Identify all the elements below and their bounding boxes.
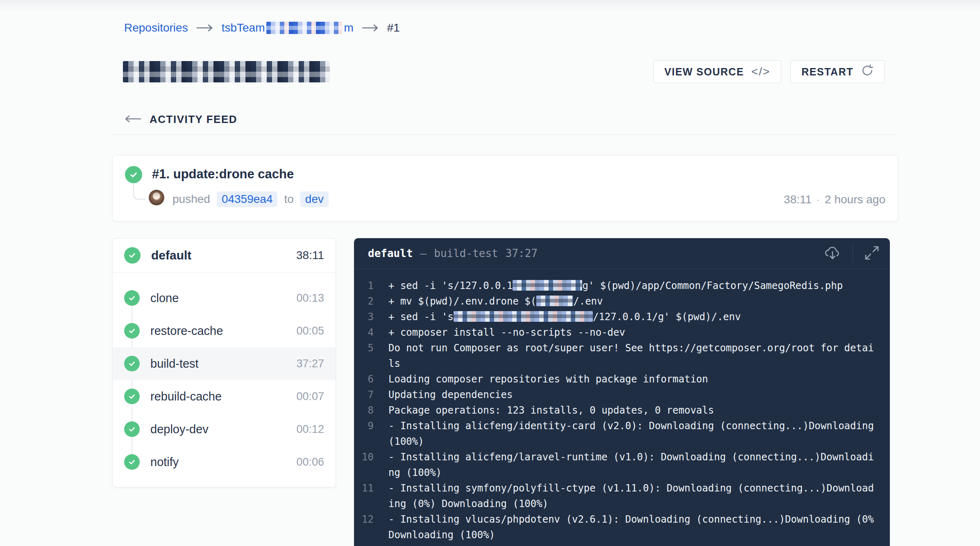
build-meta: 38:11 · 2 hours ago — [784, 193, 885, 206]
step-name: restore-cache — [150, 324, 223, 338]
censored-log-text — [454, 311, 593, 322]
step-name: deploy-dev — [150, 423, 209, 436]
arrow-right-icon — [196, 24, 213, 32]
log-line-text: + sed -i 's/127.0.0.1/g' $(pwd)/.env — [388, 309, 878, 325]
log-line: 7 Updating dependencies — [357, 387, 878, 403]
avatar — [149, 190, 164, 205]
log-line-text: - Installing alicfeng/laravel-runtime (v… — [388, 449, 878, 480]
log-line-text: + sed -i 's/127.0.0.1g' $(pwd)/app/Commo… — [388, 278, 878, 293]
step-name: notify — [150, 455, 179, 469]
step-success-check-icon — [124, 290, 140, 306]
arrow-right-icon — [362, 24, 379, 32]
console-step-time: 37:27 — [506, 247, 538, 259]
log-line-number: 11 — [357, 480, 374, 512]
log-line-number: 9 — [357, 418, 374, 449]
repo-name-prefix: tsbTeam — [222, 21, 265, 34]
log-line-text: Package operations: 123 installs, 0 upda… — [388, 403, 878, 418]
log-line: 8 Package operations: 123 installs, 0 up… — [357, 403, 878, 418]
step-success-check-icon — [124, 389, 140, 404]
log-line: 11 - Installing symfony/polyfill-ctype (… — [357, 480, 878, 512]
breadcrumb-repo-link[interactable]: tsbTeamm — [222, 21, 354, 34]
code-icon: </> — [751, 65, 770, 78]
censored-repo-title — [123, 61, 330, 82]
connector-line — [133, 184, 145, 200]
restart-icon — [861, 64, 874, 80]
top-fade — [0, 0, 980, 12]
log-line-text: - Installing vlucas/phpdotenv (v2.6.1): … — [388, 512, 878, 543]
console-step-name: build-test — [434, 247, 498, 259]
stage-name: default — [151, 248, 191, 262]
stage-step-rebuild-cache[interactable]: rebuild-cache 00:07 — [113, 380, 336, 413]
log-line-text: - Installing symfony/polyfill-ctype (v1.… — [388, 480, 878, 512]
page-header: VIEW SOURCE </> RESTART — [123, 57, 885, 87]
icon-divider — [853, 244, 853, 262]
log-line-number: 5 — [357, 340, 374, 371]
log-line-number: 4 — [357, 325, 374, 340]
meta-separator: · — [817, 194, 820, 205]
step-time: 00:07 — [296, 390, 324, 403]
activity-feed-label: ACTIVITY FEED — [150, 113, 237, 126]
pushed-label: pushed — [172, 193, 210, 206]
stage-step-notify[interactable]: notify 00:06 — [113, 446, 336, 478]
branch-link[interactable]: dev — [300, 191, 329, 207]
step-name: build-test — [150, 357, 199, 371]
activity-feed-link[interactable]: ACTIVITY FEED — [124, 113, 237, 126]
stage-list: default 38:11 clone 00:13 restore-cache … — [112, 238, 336, 487]
stage-header-default[interactable]: default 38:11 — [113, 239, 336, 273]
log-line-number: 7 — [357, 387, 374, 403]
log-line-number: 6 — [357, 371, 374, 387]
build-card[interactable]: #1. update:drone cache pushed 04359ea4 t… — [112, 155, 898, 221]
stage-step-deploy-dev[interactable]: deploy-dev 00:12 — [113, 413, 336, 446]
header-actions: VIEW SOURCE </> RESTART — [653, 60, 885, 83]
breadcrumb-repositories-link[interactable]: Repositories — [124, 21, 188, 34]
step-time: 00:05 — [296, 325, 324, 337]
censored-log-text — [513, 280, 582, 291]
restart-button[interactable]: RESTART — [790, 60, 885, 83]
log-line: 10 - Installing alicfeng/laravel-runtime… — [357, 449, 878, 480]
censored-log-text — [536, 296, 573, 306]
log-line-text: + mv $(pwd)/.env.drone $(/.env — [388, 293, 878, 309]
to-label: to — [284, 193, 293, 206]
stage-step-restore-cache[interactable]: restore-cache 00:05 — [113, 314, 336, 347]
log-line: 12 - Installing vlucas/phpdotenv (v2.6.1… — [357, 512, 878, 543]
stage-step-build-test[interactable]: build-test 37:27 — [113, 347, 336, 380]
stage-success-check-icon — [124, 247, 141, 264]
log-line: 2 + mv $(pwd)/.env.drone $(/.env — [357, 293, 878, 309]
repo-name-suffix: m — [344, 21, 353, 34]
log-line: 4 + composer install --no-scripts --no-d… — [357, 325, 878, 340]
view-source-label: VIEW SOURCE — [665, 66, 744, 78]
step-success-check-icon — [124, 421, 140, 437]
console-stage-name: default — [368, 247, 413, 259]
arrow-left-icon — [124, 113, 141, 126]
step-name: clone — [150, 291, 179, 305]
divider — [112, 134, 897, 135]
log-line-text: Updating dependencies — [388, 387, 878, 403]
commit-link[interactable]: 04359ea4 — [217, 191, 278, 207]
console-separator: – — [420, 247, 427, 259]
log-line: 3 + sed -i 's/127.0.0.1/g' $(pwd)/.env — [357, 309, 878, 325]
download-log-button[interactable] — [824, 245, 841, 262]
log-line: 9 - Installing alicfeng/identity-card (v… — [357, 418, 878, 449]
step-time: 00:06 — [296, 456, 324, 469]
log-line-number: 1 — [357, 278, 374, 293]
log-line-number: 10 — [357, 449, 374, 480]
stage-time: 38:11 — [296, 249, 324, 262]
expand-console-button[interactable] — [864, 246, 879, 262]
expand-icon — [864, 246, 879, 262]
log-line-number: 3 — [357, 309, 374, 325]
step-time: 37:27 — [296, 357, 324, 370]
log-line: 6 Loading composer repositories with pac… — [357, 371, 878, 387]
stage-step-clone[interactable]: clone 00:13 — [113, 282, 336, 314]
step-success-check-icon — [124, 356, 140, 371]
stage-steps: clone 00:13 restore-cache 00:05 build-te… — [113, 273, 336, 478]
build-time-ago: 2 hours ago — [825, 193, 885, 206]
log-line-text: Do not run Composer as root/super user! … — [388, 340, 878, 371]
step-time: 00:12 — [296, 423, 324, 436]
log-line: 1 + sed -i 's/127.0.0.1g' $(pwd)/app/Com… — [357, 278, 878, 293]
step-success-check-icon — [124, 454, 140, 470]
build-success-check-icon — [125, 166, 142, 183]
breadcrumb-build-number: #1 — [387, 21, 400, 34]
page-title — [123, 61, 330, 82]
view-source-button[interactable]: VIEW SOURCE </> — [653, 60, 782, 83]
log-line-number: 8 — [357, 403, 374, 418]
